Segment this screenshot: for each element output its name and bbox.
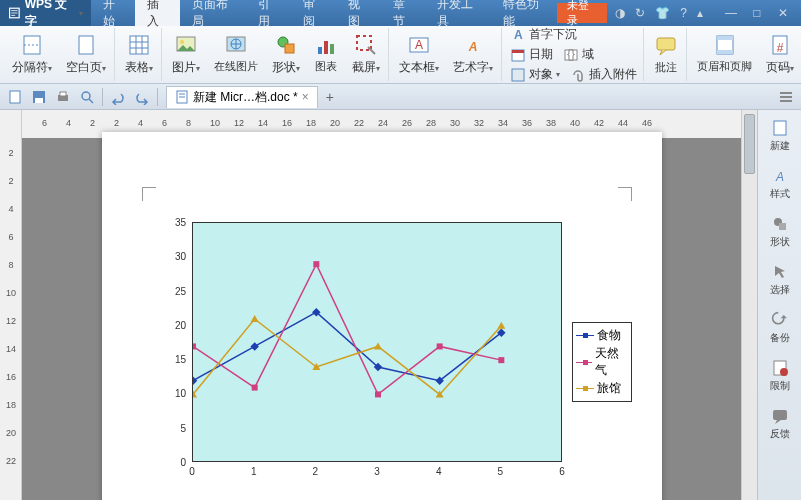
svg-rect-50: [780, 100, 792, 102]
tab-developer[interactable]: 开发工具: [425, 0, 491, 26]
svg-rect-48: [780, 92, 792, 94]
tab-references[interactable]: 引用: [246, 0, 291, 26]
vertical-scrollbar[interactable]: [741, 110, 757, 500]
svg-rect-75: [773, 410, 787, 420]
shop-icon[interactable]: 👕: [655, 6, 670, 20]
app-menu-dropdown-icon: ▾: [79, 9, 83, 18]
attach-button[interactable]: 插入附件: [570, 66, 637, 83]
headerfooter-button[interactable]: 页眉和页脚: [693, 31, 756, 78]
title-tools: ◑ ↻ 👕 ? ▴ — □ ✕: [615, 6, 801, 20]
qat-save-icon[interactable]: [28, 87, 50, 107]
select-icon: [771, 263, 789, 281]
chart-y-axis: 05101520253035: [152, 222, 190, 462]
separator-button[interactable]: 分隔符▾: [8, 31, 56, 78]
doc-tab-close-icon[interactable]: ×: [302, 90, 309, 104]
qat-redo-icon[interactable]: [131, 87, 153, 107]
svg-rect-30: [717, 36, 733, 40]
page: 05101520253035 0123456 食物天然气旅馆: [102, 132, 662, 500]
document-canvas[interactable]: 6422468101214161820222426283032343638404…: [22, 110, 741, 500]
tab-insert[interactable]: 插入: [135, 0, 180, 26]
svg-rect-58: [252, 385, 258, 391]
comment-button[interactable]: 批注: [650, 32, 682, 77]
svg-marker-66: [374, 342, 382, 349]
sync-icon[interactable]: ↻: [635, 6, 645, 20]
side-select[interactable]: 选择: [758, 260, 801, 300]
table-button[interactable]: 表格▾: [121, 31, 157, 78]
qat-new-icon[interactable]: [4, 87, 26, 107]
collapse-ribbon-icon[interactable]: ▴: [697, 6, 703, 20]
side-new[interactable]: 新建: [758, 116, 801, 156]
login-button[interactable]: 未登录: [557, 3, 608, 23]
close-button[interactable]: ✕: [771, 6, 795, 20]
limit-icon: [771, 359, 789, 377]
shape-icon: [771, 215, 789, 233]
shape-button[interactable]: 形状▾: [268, 31, 304, 78]
skin-icon[interactable]: ◑: [615, 6, 625, 20]
svg-rect-59: [313, 261, 319, 267]
wordart-button[interactable]: A艺术字▾: [449, 31, 497, 78]
svg-point-10: [180, 40, 184, 44]
app-menu[interactable]: WPS 文字 ▾: [0, 0, 91, 26]
tab-special[interactable]: 特色功能: [491, 0, 557, 26]
tab-review[interactable]: 审阅: [291, 0, 336, 26]
tab-view[interactable]: 视图: [336, 0, 381, 26]
qat-print-icon[interactable]: [52, 87, 74, 107]
qat-preview-icon[interactable]: [76, 87, 98, 107]
side-backup[interactable]: 备份: [758, 308, 801, 348]
backup-icon: [771, 311, 789, 329]
picture-button[interactable]: 图片▾: [168, 31, 204, 78]
svg-rect-28: [657, 38, 675, 50]
svg-text:A: A: [468, 40, 478, 54]
svg-rect-72: [779, 223, 786, 230]
svg-point-43: [82, 92, 90, 100]
svg-rect-40: [35, 98, 43, 103]
tab-section[interactable]: 章节: [381, 0, 426, 26]
svg-rect-17: [330, 44, 334, 54]
svg-point-74: [780, 368, 788, 376]
object-button[interactable]: 对象▾: [510, 66, 560, 83]
qat-undo-icon[interactable]: [107, 87, 129, 107]
chart-legend: 食物天然气旅馆: [572, 322, 632, 402]
side-limit[interactable]: 限制: [758, 356, 801, 396]
doc-icon: [175, 90, 189, 104]
side-style[interactable]: A样式: [758, 164, 801, 204]
svg-rect-38: [10, 91, 20, 103]
pagenum-button[interactable]: #页码▾: [762, 31, 798, 78]
side-panel: 新建A样式形状选择备份限制反馈: [757, 110, 801, 500]
field-button[interactable]: {}域: [563, 46, 594, 63]
svg-rect-16: [324, 41, 328, 54]
scroll-thumb[interactable]: [744, 114, 755, 174]
chart-object[interactable]: 05101520253035 0123456 食物天然气旅馆: [152, 222, 632, 482]
screenshot-button[interactable]: 截屏▾: [348, 31, 384, 78]
feedback-icon: [771, 407, 789, 425]
vertical-ruler[interactable]: 2246810121416182022: [0, 110, 22, 500]
blankpage-button[interactable]: 空白页▾: [62, 31, 110, 78]
tab-pagelayout[interactable]: 页面布局: [180, 0, 246, 26]
date-button[interactable]: 日期: [510, 46, 553, 63]
quick-access-toolbar: 新建 Micr…档.doc * × +: [0, 84, 801, 110]
add-tab-button[interactable]: +: [326, 89, 334, 105]
menu-tabs: 开始 插入 页面布局 引用 审阅 视图 章节 开发工具 特色功能: [91, 0, 557, 26]
document-tab[interactable]: 新建 Micr…档.doc * ×: [166, 86, 318, 108]
svg-rect-57: [193, 343, 196, 349]
maximize-button[interactable]: □: [745, 6, 769, 20]
doc-tab-name: 新建 Micr…档.doc *: [193, 89, 298, 106]
new-icon: [771, 119, 789, 137]
title-bar: WPS 文字 ▾ 开始 插入 页面布局 引用 审阅 视图 章节 开发工具 特色功…: [0, 0, 801, 26]
svg-rect-52: [250, 342, 258, 350]
svg-rect-14: [285, 44, 294, 53]
svg-text:A: A: [774, 170, 783, 184]
help-icon[interactable]: ?: [680, 6, 687, 20]
svg-rect-61: [437, 343, 443, 349]
onlinepic-button[interactable]: 在线图片: [210, 31, 262, 78]
svg-rect-51: [193, 376, 197, 384]
side-feedback[interactable]: 反馈: [758, 404, 801, 444]
chart-button[interactable]: 图表: [310, 31, 342, 78]
tab-home[interactable]: 开始: [91, 0, 136, 26]
minimize-button[interactable]: —: [719, 6, 743, 20]
dropcap-button[interactable]: A首字下沉: [510, 26, 577, 43]
svg-rect-69: [774, 121, 786, 135]
textbox-button[interactable]: A文本框▾: [395, 31, 443, 78]
qat-menu-icon[interactable]: [775, 87, 797, 107]
side-shape[interactable]: 形状: [758, 212, 801, 252]
